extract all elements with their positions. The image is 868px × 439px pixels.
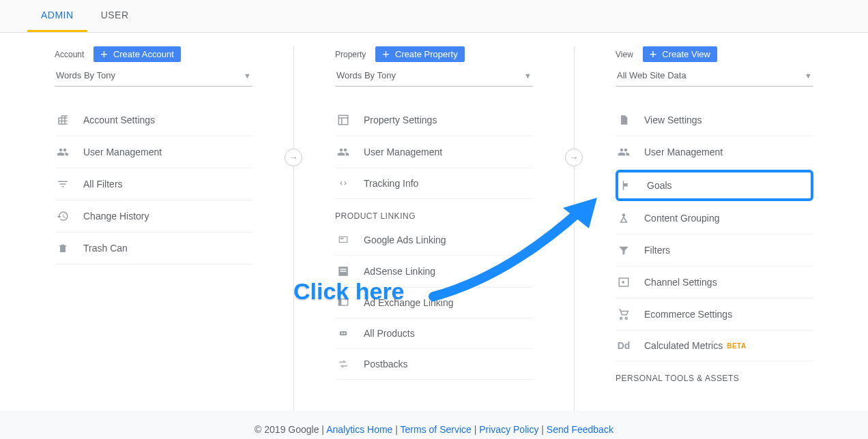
ad-exchange-linking-item[interactable]: Ad Exchange Linking [335,288,533,318]
funnel-icon [616,244,632,256]
change-history-label: Change History [83,211,149,222]
footer-terms[interactable]: Terms of Service [401,424,472,435]
calculated-metrics-item[interactable]: Dd Calculated Metrics BETA [616,331,813,361]
postbacks-label: Postbacks [364,359,408,369]
property-settings-label: Property Settings [364,115,437,125]
footer-feedback[interactable]: Send Feedback [547,424,613,435]
ecommerce-settings-label: Ecommerce Settings [644,309,732,320]
view-selector[interactable]: All Web Site Data ▼ [616,66,813,87]
create-account-label: Create Account [113,49,174,59]
svg-rect-6 [338,299,341,305]
svg-point-8 [341,333,343,334]
column-arrow-property[interactable]: → [565,149,583,166]
svg-rect-1 [341,238,344,239]
account-selector[interactable]: Words By Tony ▼ [55,66,252,87]
view-filters-item[interactable]: Filters [616,234,813,267]
top-tabs: ADMIN USER [0,0,868,33]
google-ads-linking-item[interactable]: Google Ads Linking [335,225,533,256]
layout-icon [335,114,351,126]
adsense-linking-item[interactable]: AdSense Linking [335,256,533,288]
property-settings-item[interactable]: Property Settings [335,104,533,136]
footer-copyright: © 2019 Google [255,424,319,435]
admin-columns: Account + Create Account Words By Tony ▼… [0,33,868,411]
footer-analytics-home[interactable]: Analytics Home [326,424,392,435]
plus-icon: + [650,50,657,59]
column-account: Account + Create Account Words By Tony ▼… [14,46,294,411]
products-icon [335,329,351,338]
create-account-button[interactable]: + Create Account [93,46,180,62]
view-selected: All Web Site Data [617,70,686,80]
goals-label: Goals [647,180,672,191]
view-settings-label: View Settings [644,115,702,125]
property-selected: Words By Tony [336,70,396,80]
footer-privacy[interactable]: Privacy Policy [479,424,538,435]
trash-icon [55,242,71,254]
account-user-management-item[interactable]: User Management [55,136,252,168]
create-view-label: Create View [662,49,710,59]
create-property-label: Create Property [395,49,458,59]
users-icon [335,146,351,158]
footer: © 2019 Google | Analytics Home | Terms o… [0,420,868,439]
tracking-info-label: Tracking Info [364,178,418,189]
postbacks-icon [335,359,351,369]
users-icon [616,146,632,158]
property-selector[interactable]: Words By Tony ▼ [335,66,533,87]
exchange-icon [335,297,351,308]
building-icon [55,114,71,126]
google-ads-linking-label: Google Ads Linking [364,234,446,245]
column-view: View + Create View All Web Site Data ▼ V… [575,46,854,411]
cart-icon [616,308,632,320]
funnel-icon [55,178,71,190]
calculated-metrics-label: Calculated Metrics [644,340,723,351]
code-icon [335,179,351,188]
content-grouping-item[interactable]: Content Grouping [616,202,813,234]
view-user-management-item[interactable]: User Management [616,136,813,168]
dd-icon: Dd [616,340,632,351]
column-arrow-account[interactable]: → [285,149,302,166]
plus-icon: + [382,50,390,59]
channel-settings-label: Channel Settings [644,277,717,288]
property-user-management-label: User Management [364,147,442,157]
view-settings-item[interactable]: View Settings [616,104,813,136]
account-header-label: Account [55,50,84,59]
svg-rect-7 [340,331,347,335]
change-history-item[interactable]: Change History [55,200,252,232]
ad-exchange-linking-label: Ad Exchange Linking [364,297,454,308]
all-products-label: All Products [364,328,415,339]
view-user-management-label: User Management [644,147,723,157]
create-view-button[interactable]: + Create View [643,46,717,62]
property-user-management-item[interactable]: User Management [335,136,533,168]
goals-item[interactable]: Goals [616,170,813,201]
account-settings-item[interactable]: Account Settings [55,104,252,136]
ecommerce-settings-item[interactable]: Ecommerce Settings [616,299,813,331]
plus-icon: + [100,50,108,59]
adsense-icon [335,265,351,277]
postbacks-item[interactable]: Postbacks [335,349,533,380]
all-filters-label: All Filters [83,179,123,190]
svg-rect-4 [341,271,347,272]
document-icon [616,114,632,126]
tab-user[interactable]: USER [87,0,143,32]
channel-icon [616,276,632,288]
all-products-item[interactable]: All Products [335,318,533,349]
tab-admin[interactable]: ADMIN [27,0,87,32]
column-property: Property + Create Property Words By Tony… [294,46,575,411]
account-user-management-label: User Management [83,147,162,157]
ads-icon [335,235,351,245]
channel-settings-item[interactable]: Channel Settings [616,267,813,299]
caret-down-icon: ▼ [805,72,812,80]
users-icon [55,146,71,158]
caret-down-icon: ▼ [244,72,251,80]
flag-icon [618,179,635,192]
property-header-label: Property [335,50,366,59]
tracking-info-item[interactable]: Tracking Info [335,168,533,199]
content-grouping-label: Content Grouping [644,213,720,224]
svg-rect-0 [339,237,347,242]
trash-can-item[interactable]: Trash Can [55,232,252,264]
svg-rect-3 [341,269,347,270]
create-property-button[interactable]: + Create Property [375,46,464,62]
grouping-icon [616,212,632,224]
all-filters-item[interactable]: All Filters [55,168,252,200]
view-filters-label: Filters [644,245,670,256]
caret-down-icon: ▼ [524,72,532,80]
